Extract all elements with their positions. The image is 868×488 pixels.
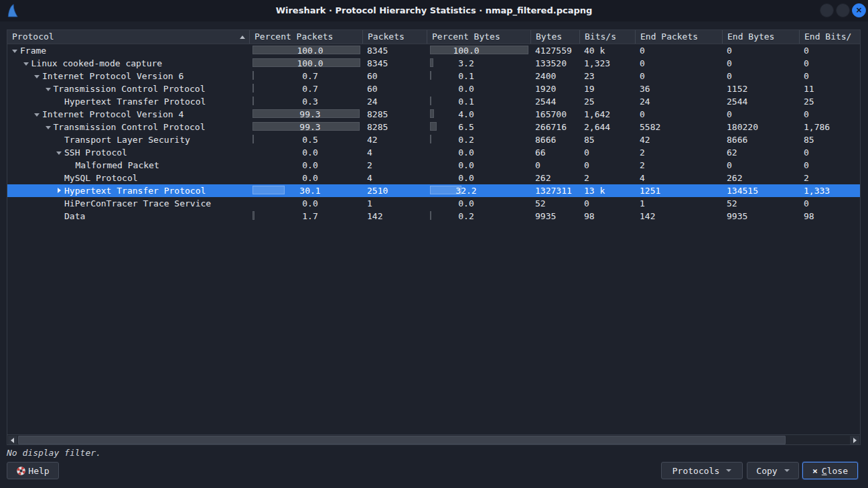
end-bits-s-cell: 98 xyxy=(800,210,861,223)
bits-s-cell: 2 xyxy=(580,172,636,184)
bits-s-cell: 1,323 xyxy=(580,57,636,70)
bits-s-cell: 85 xyxy=(580,133,636,146)
column-header[interactable]: Percent Bytes xyxy=(427,30,531,44)
table-row[interactable]: Transport Layer Security0.5420.286668542… xyxy=(7,133,861,146)
end-bits-s-cell: 25 xyxy=(800,95,861,108)
bytes-cell: 2544 xyxy=(531,95,580,108)
help-button[interactable]: Help xyxy=(7,462,59,479)
column-header[interactable]: Bytes xyxy=(531,30,580,44)
scrollbar-thumb[interactable] xyxy=(18,436,786,444)
column-header[interactable]: Packets xyxy=(363,30,427,44)
column-header[interactable]: Protocol xyxy=(7,30,250,44)
percent-bytes-cell: 0.2 xyxy=(427,133,531,146)
end-packets-cell: 0 xyxy=(636,44,723,57)
collapse-arrow-icon[interactable] xyxy=(21,57,31,70)
protocol-name: Internet Protocol Version 6 xyxy=(42,70,184,82)
percent-value: 0.0 xyxy=(427,159,531,172)
protocol-name: Transmission Control Protocol xyxy=(54,82,206,95)
protocol-cell: Malformed Packet xyxy=(7,159,250,172)
end-bits-placeholder-end-bytes-cell: 262 xyxy=(723,172,800,184)
title-bar[interactable]: Wireshark · Protocol Hierarchy Statistic… xyxy=(0,0,868,21)
percent-value: 0.1 xyxy=(427,95,531,108)
table-row[interactable]: Frame100.08345100.0412755940 k000 xyxy=(7,44,861,57)
close-button[interactable]: × Close xyxy=(802,462,858,479)
bytes-cell: 1327311 xyxy=(531,184,580,197)
tree-indent xyxy=(7,152,54,153)
percent-value: 100.0 xyxy=(250,44,363,57)
end-bits-placeholder-end-bytes-cell: 0 xyxy=(723,57,800,70)
percent-value: 0.0 xyxy=(427,146,531,159)
collapse-arrow-icon[interactable] xyxy=(10,44,20,57)
table-row[interactable]: Data1.71420.2993598142993598 xyxy=(7,210,861,223)
table-row[interactable]: Transmission Control Protocol99.382856.5… xyxy=(7,121,861,133)
tree-indent xyxy=(7,101,54,102)
collapse-arrow-icon[interactable] xyxy=(44,121,54,133)
packets-cell: 142 xyxy=(363,210,427,223)
maximize-button[interactable] xyxy=(836,3,850,17)
end-packets-cell: 2 xyxy=(636,146,723,159)
bits-s-cell: 13 k xyxy=(580,184,636,197)
end-bits-placeholder-end-bytes-cell: 52 xyxy=(723,197,800,210)
table-row[interactable]: Internet Protocol Version 60.7600.124002… xyxy=(7,70,861,82)
end-packets-cell: 42 xyxy=(636,133,723,146)
protocol-cell: MySQL Protocol xyxy=(7,172,250,184)
column-header[interactable]: Bits/s xyxy=(580,30,636,44)
packets-cell: 4 xyxy=(363,146,427,159)
protocol-cell: HiPerConTracer Trace Service xyxy=(7,197,250,210)
display-filter-status: No display filter. xyxy=(7,448,101,458)
percent-value: 0.0 xyxy=(250,172,363,184)
table-row[interactable]: MySQL Protocol0.040.0262242622 xyxy=(7,172,861,184)
end-bits-s-cell: 85 xyxy=(800,133,861,146)
table-row[interactable]: Internet Protocol Version 499.382854.016… xyxy=(7,108,861,121)
minimize-button[interactable] xyxy=(820,3,834,17)
bits-s-cell: 2,644 xyxy=(580,121,636,133)
collapse-arrow-icon[interactable] xyxy=(54,146,64,159)
column-header[interactable]: End Bits/ xyxy=(800,30,861,44)
percent-packets-cell: 0.7 xyxy=(250,82,363,95)
collapse-arrow-icon[interactable] xyxy=(44,82,54,95)
percent-bytes-cell: 0.0 xyxy=(427,82,531,95)
collapse-arrow-icon[interactable] xyxy=(32,108,42,121)
percent-packets-cell: 99.3 xyxy=(250,121,363,133)
table-row[interactable]: Hypertext Transfer Protocol0.3240.125442… xyxy=(7,95,861,108)
table-row[interactable]: Transmission Control Protocol0.7600.0192… xyxy=(7,82,861,95)
table-row[interactable]: Linux cooked-mode capture100.083453.2133… xyxy=(7,57,861,70)
horizontal-scrollbar[interactable] xyxy=(7,434,860,444)
table-header-row: ProtocolPercent PacketsPacketsPercent By… xyxy=(7,30,861,44)
protocols-menu-button[interactable]: Protocols xyxy=(661,462,743,479)
packets-cell: 60 xyxy=(363,70,427,82)
protocol-name: Internet Protocol Version 4 xyxy=(42,108,184,121)
percent-packets-cell: 0.3 xyxy=(250,95,363,108)
protocol-name: Data xyxy=(64,210,85,223)
column-header[interactable]: End Packets xyxy=(636,30,723,44)
table-row[interactable]: Hypertext Transfer Protocol30.1251032.21… xyxy=(7,184,861,197)
percent-packets-cell: 100.0 xyxy=(250,44,363,57)
tree-indent xyxy=(7,127,44,127)
close-button-label: Close xyxy=(822,466,848,476)
window-close-button[interactable]: × xyxy=(852,3,866,17)
percent-value: 0.0 xyxy=(427,172,531,184)
end-bits-placeholder-end-bytes-cell: 9935 xyxy=(723,210,800,223)
table-row[interactable]: Malformed Packet0.020.000200 xyxy=(7,159,861,172)
tree-indent xyxy=(7,203,54,204)
percent-packets-cell: 30.1 xyxy=(250,184,363,197)
scroll-left-arrow-icon xyxy=(11,438,14,443)
column-header[interactable]: Percent Packets xyxy=(250,30,363,44)
end-bits-s-cell: 2 xyxy=(800,172,861,184)
end-bits-s-cell: 0 xyxy=(800,159,861,172)
table-row[interactable]: HiPerConTracer Trace Service0.010.052015… xyxy=(7,197,861,210)
percent-bytes-cell: 0.0 xyxy=(427,172,531,184)
copy-menu-button[interactable]: Copy xyxy=(747,462,799,479)
end-bits-placeholder-end-bytes-cell: 0 xyxy=(723,108,800,121)
percent-bytes-cell: 3.2 xyxy=(427,57,531,70)
protocol-cell: Transmission Control Protocol xyxy=(7,121,250,133)
bits-s-cell: 0 xyxy=(580,197,636,210)
table-row[interactable]: SSH Protocol0.040.06602620 xyxy=(7,146,861,159)
expand-arrow-icon[interactable] xyxy=(54,184,64,197)
expander-spacer xyxy=(54,95,64,108)
scroll-right-button[interactable] xyxy=(850,436,859,444)
column-header[interactable]: End Bytes xyxy=(723,30,800,44)
end-packets-cell: 24 xyxy=(636,95,723,108)
scroll-left-button[interactable] xyxy=(8,436,17,444)
collapse-arrow-icon[interactable] xyxy=(32,70,42,82)
